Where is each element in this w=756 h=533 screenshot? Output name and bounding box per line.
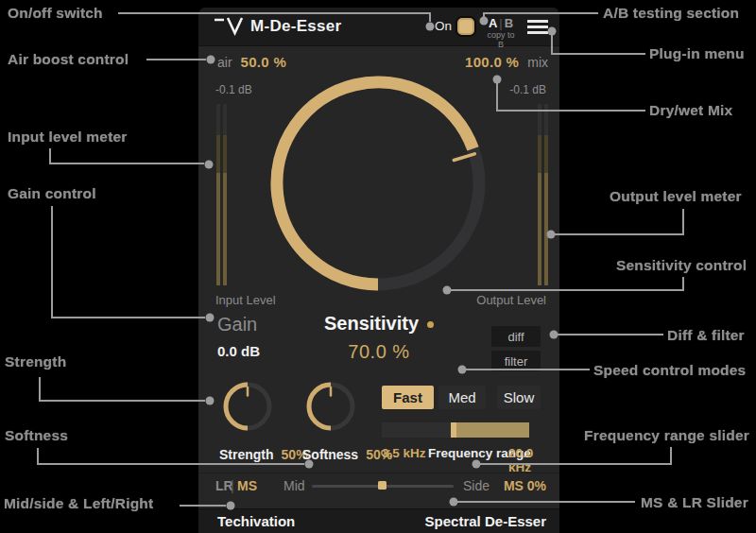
ab-separator: | (497, 16, 504, 30)
mix-value[interactable]: 100.0 % (465, 54, 519, 70)
frequency-slider-track[interactable] (382, 422, 451, 438)
annotation-line-input-meter (50, 148, 204, 163)
input-level-meter (216, 104, 227, 285)
annotation-label-output-meter: Output level meter (610, 188, 742, 205)
ab-button-b[interactable]: B (505, 16, 513, 30)
strength-knob[interactable] (221, 380, 274, 433)
annotation-label-dry-wet: Dry/wet Mix (649, 102, 732, 119)
annotation-label-freq-slider: Frequency range slider (584, 427, 749, 444)
output-peak-readout: -0.1 dB (509, 83, 546, 96)
annotation-label-on-off: On/off switch (8, 5, 103, 22)
annotation-label-speed-modes: Speed control modes (593, 362, 746, 379)
ms-row-divider (198, 473, 559, 473)
ms-value[interactable]: MS 0% (504, 478, 546, 493)
speed-button-slow[interactable]: Slow (497, 386, 541, 409)
annotation-line-output-meter (555, 209, 683, 234)
output-level-label: Output Level (476, 293, 546, 307)
annotation-label-sensitivity-control: Sensitivity control (616, 257, 747, 274)
speed-button-fast[interactable]: Fast (382, 386, 434, 409)
on-label: On (435, 19, 452, 33)
frequency-range-slider[interactable] (382, 422, 529, 438)
plugin-window: M-De-Esser On A|B copy to B air 50.0 % 1… (198, 8, 559, 533)
annotation-label-diff-filter: Diff & filter (667, 327, 745, 344)
input-level-label: Input Level (215, 293, 276, 307)
hamburger-menu-icon[interactable] (527, 20, 548, 34)
air-value[interactable]: 50.0 % (241, 54, 287, 70)
diff-button[interactable]: diff (491, 326, 541, 347)
ms-mode-button[interactable]: MS (237, 478, 257, 493)
ab-button-a[interactable]: A (489, 16, 497, 30)
frequency-high-value[interactable]: 20.0 kHz (508, 446, 559, 474)
annotation-label-gain-control: Gain control (8, 185, 96, 202)
annotation-label-input-meter: Input level meter (8, 129, 128, 146)
annotation-label-softness: Softness (5, 427, 68, 444)
annotation-label-ab-testing: A/B testing section (603, 5, 739, 22)
frequency-low-value[interactable]: 3.5 kHz (382, 446, 426, 460)
annotation-label-strength: Strength (5, 353, 66, 370)
frequency-slider-fill[interactable] (456, 422, 529, 438)
mid-side-slider-handle[interactable] (378, 481, 387, 490)
copy-to-b-button[interactable]: copy to B (485, 30, 517, 49)
header-bar: M-De-Esser On A|B copy to B (198, 8, 559, 46)
on-toggle[interactable] (457, 18, 474, 35)
softness-label: Softness (302, 447, 358, 462)
ab-section: A|B copy to B (485, 17, 517, 49)
mix-control: 100.0 % mix (465, 54, 548, 70)
speed-button-med[interactable]: Med (438, 386, 486, 409)
annotation-line-plugin-menu (552, 34, 645, 54)
mix-label: mix (527, 55, 548, 70)
softness-knob[interactable] (304, 380, 357, 433)
lr-ms-separator: | (231, 478, 234, 493)
mid-label: Mid (284, 478, 305, 493)
output-level-meter (538, 104, 548, 285)
product-name: Spectral De-Esser (425, 513, 546, 529)
annotation-label-mid-side: Mid/side & Left/Right (4, 495, 153, 512)
side-label: Side (463, 478, 490, 493)
filter-button[interactable]: filter (491, 351, 541, 371)
strength-label: Strength (219, 447, 274, 462)
annotation-label-plugin-menu: Plug-in menu (649, 45, 745, 62)
sensitivity-knob[interactable] (269, 75, 487, 292)
air-control: air 50.0 % (217, 54, 286, 70)
brand-name: Techivation (217, 513, 295, 529)
sensitivity-indicator-dot (427, 321, 434, 328)
annotation-line-strength (40, 377, 205, 401)
annotation-line-gain-control (52, 206, 205, 318)
air-label: air (217, 55, 232, 70)
annotation-label-ms-lr-slider: MS & LR Slider (641, 494, 748, 511)
plugin-logo-icon (213, 15, 250, 38)
plugin-title: M-De-Esser (250, 17, 342, 36)
annotation-label-air-boost: Air boost control (8, 51, 129, 68)
input-peak-readout: -0.1 dB (215, 83, 252, 96)
